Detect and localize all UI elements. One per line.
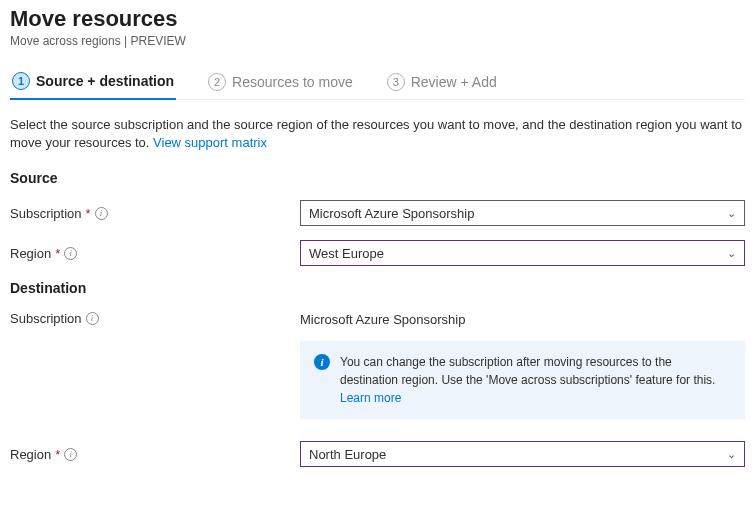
field-label: Subscription (10, 206, 82, 221)
tab-step-number: 1 (12, 72, 30, 90)
chevron-down-icon: ⌄ (727, 448, 736, 461)
tab-step-number: 2 (208, 73, 226, 91)
destination-heading: Destination (10, 280, 745, 296)
source-subscription-select[interactable]: Microsoft Azure Sponsorship ⌄ (300, 200, 745, 226)
source-heading: Source (10, 170, 745, 186)
chevron-down-icon: ⌄ (727, 207, 736, 220)
wizard-tabs: 1 Source + destination 2 Resources to mo… (10, 66, 745, 100)
info-callout: i You can change the subscription after … (300, 341, 745, 419)
info-icon[interactable]: i (86, 312, 99, 325)
tab-source-destination[interactable]: 1 Source + destination (10, 66, 176, 100)
source-region-select[interactable]: West Europe ⌄ (300, 240, 745, 266)
tab-resources-to-move[interactable]: 2 Resources to move (206, 66, 355, 99)
destination-region-row: Region * i North Europe ⌄ (10, 441, 745, 467)
info-icon[interactable]: i (95, 207, 108, 220)
intro-text: Select the source subscription and the s… (10, 116, 745, 152)
page-title: Move resources (10, 6, 745, 32)
select-value: West Europe (309, 246, 384, 261)
chevron-down-icon: ⌄ (727, 247, 736, 260)
tab-review-add[interactable]: 3 Review + Add (385, 66, 499, 99)
source-region-row: Region * i West Europe ⌄ (10, 240, 745, 266)
destination-subscription-row: Subscription i Microsoft Azure Sponsorsh… (10, 310, 745, 327)
tab-label: Review + Add (411, 74, 497, 90)
destination-subscription-value: Microsoft Azure Sponsorship (300, 310, 745, 327)
destination-region-select[interactable]: North Europe ⌄ (300, 441, 745, 467)
required-asterisk: * (55, 246, 60, 261)
info-icon: i (314, 354, 330, 370)
field-label: Region (10, 246, 51, 261)
select-value: Microsoft Azure Sponsorship (309, 206, 474, 221)
required-asterisk: * (86, 206, 91, 221)
required-asterisk: * (55, 447, 60, 462)
info-icon[interactable]: i (64, 448, 77, 461)
tab-label: Resources to move (232, 74, 353, 90)
select-value: North Europe (309, 447, 386, 462)
view-support-matrix-link[interactable]: View support matrix (153, 135, 267, 150)
info-callout-text: You can change the subscription after mo… (340, 355, 715, 387)
source-subscription-row: Subscription * i Microsoft Azure Sponsor… (10, 200, 745, 226)
field-label: Subscription (10, 311, 82, 326)
tab-label: Source + destination (36, 73, 174, 89)
learn-more-link[interactable]: Learn more (340, 391, 401, 405)
info-icon[interactable]: i (64, 247, 77, 260)
field-label: Region (10, 447, 51, 462)
page-subtitle: Move across regions | PREVIEW (10, 34, 745, 48)
tab-step-number: 3 (387, 73, 405, 91)
